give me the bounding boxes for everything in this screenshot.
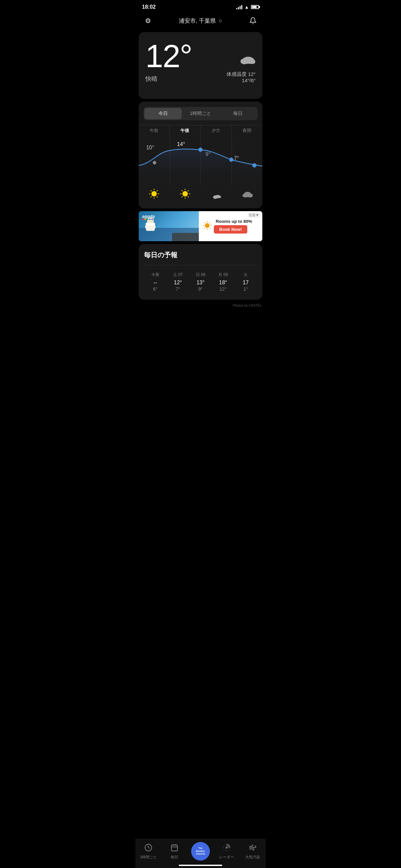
tab-selector[interactable]: 今日 1時間ごと 毎日: [143, 107, 258, 120]
daily-forecast-title: 毎日の予報: [144, 251, 257, 259]
svg-point-33: [205, 223, 210, 228]
wifi-icon: ▲: [244, 4, 249, 10]
ad-banner[interactable]: agoda: [139, 211, 262, 241]
svg-line-39: [210, 228, 210, 228]
temperature-display: 12°: [145, 40, 192, 72]
svg-line-38: [204, 222, 205, 223]
settings-button[interactable]: ⚙: [142, 15, 154, 27]
location-text: 浦安市, 千葉県: [179, 17, 216, 25]
svg-line-41: [204, 228, 205, 228]
search-icon[interactable]: ○: [219, 18, 222, 24]
period-afternoon-label: 午後: [181, 128, 189, 134]
daily-col-mon: 月 09 18° 12°: [212, 269, 235, 294]
svg-rect-32: [244, 194, 252, 197]
photos-credit: Photos by CASTEL: [135, 302, 266, 334]
tab-hourly[interactable]: 1時間ごと: [182, 108, 219, 119]
period-evening-label: 夕方: [212, 128, 220, 134]
svg-line-40: [210, 222, 210, 223]
daily-forecast-section: 毎日の予報 今夜 -- 6° 土 07 12° 7° 日 08 13° 9° 月…: [139, 244, 262, 300]
forecast-card: 今日 1時間ごと 毎日 午前 午後 夕方 夜間 10: [139, 101, 262, 209]
svg-point-17: [182, 191, 188, 196]
ad-rooms-text: Rooms up to 80%: [216, 219, 252, 224]
status-icons: ▲: [236, 4, 259, 10]
daily-col-sat: 土 07 12° 7°: [167, 269, 189, 294]
svg-point-8: [151, 191, 157, 196]
svg-line-22: [181, 190, 182, 191]
notification-button[interactable]: [247, 15, 259, 27]
feels-like: 体感温度 12°: [226, 71, 256, 78]
icon-afternoon: [170, 188, 201, 202]
tab-daily[interactable]: 毎日: [219, 108, 257, 119]
daily-col-tonight: 今夜 -- 6°: [144, 269, 167, 294]
location-display[interactable]: 浦安市, 千葉県 ○: [179, 17, 222, 25]
icon-evening: [201, 188, 232, 202]
svg-point-6: [229, 158, 233, 162]
icon-morning: [139, 188, 170, 202]
svg-line-14: [157, 196, 158, 197]
svg-line-23: [187, 196, 188, 197]
tab-today[interactable]: 今日: [144, 108, 182, 119]
time-period-headers: 午前 午後 夕方 夜間: [139, 125, 262, 138]
status-time: 18:02: [142, 4, 156, 10]
svg-line-13: [151, 190, 152, 191]
daily-col-tue: 火 17 1°: [234, 269, 257, 294]
temperature-chart: 10° 14° 9° 7°: [139, 138, 262, 185]
period-morning-label: 午前: [150, 128, 158, 134]
svg-line-15: [157, 190, 158, 191]
svg-line-16: [151, 196, 152, 197]
svg-point-4: [153, 161, 156, 164]
svg-point-5: [198, 148, 202, 152]
daily-col-sun: 日 08 13° 9°: [189, 269, 212, 294]
period-night-label: 夜間: [243, 128, 251, 134]
hi-lo: 14°/6°: [242, 78, 256, 83]
daily-forecast-grid: 今夜 -- 6° 土 07 12° 7° 日 08 13° 9° 月 09 18…: [144, 269, 257, 294]
ad-badge: 広告▼: [248, 213, 260, 218]
weather-description: 快晴: [145, 75, 192, 83]
svg-line-25: [181, 196, 182, 197]
weather-icons-row: [139, 185, 262, 203]
svg-point-7: [253, 163, 256, 167]
svg-rect-28: [214, 196, 221, 198]
status-bar: 18:02 ▲: [135, 0, 266, 12]
svg-rect-3: [241, 60, 255, 63]
moon-cloud-icon: [232, 43, 256, 68]
current-weather-card: 12° 快晴 体感温度 12° 14°/6°: [139, 32, 262, 99]
battery-icon: [251, 5, 259, 9]
svg-line-24: [187, 190, 188, 191]
app-header: ⚙ 浦安市, 千葉県 ○: [135, 12, 266, 31]
ad-cta-button[interactable]: Book Now!: [214, 225, 247, 234]
icon-night: [232, 188, 263, 202]
signal-icon: [236, 5, 242, 9]
